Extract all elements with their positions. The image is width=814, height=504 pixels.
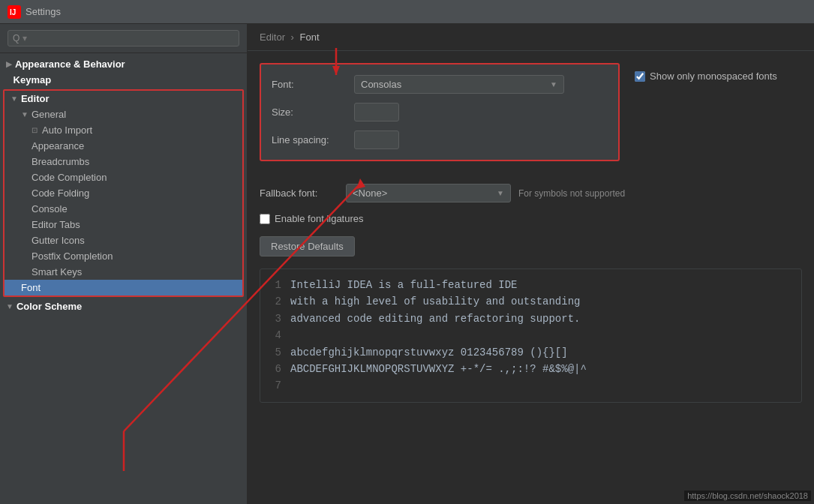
sidebar-item-console[interactable]: Console <box>5 201 242 217</box>
fallback-value: <None> <box>353 188 387 199</box>
ligatures-label: Enable font ligatures <box>275 213 364 224</box>
line-text: with a high level of usability and outst… <box>290 293 580 310</box>
sidebar-item-label: Editor Tabs <box>32 219 80 230</box>
line-num: 1 <box>271 277 281 293</box>
sidebar-item-keymap[interactable]: Keymap <box>0 72 247 88</box>
sidebar-item-label: Editor <box>21 93 50 104</box>
ligatures-row: Enable font ligatures <box>260 213 802 224</box>
line-text: ABCDEFGHIJKLMNOPQRSTUVWXYZ +-*/= .,;:!? … <box>290 361 587 377</box>
sidebar-item-appearance[interactable]: Appearance <box>5 138 242 154</box>
expand-arrow: ▼ <box>6 302 14 310</box>
line-text: advanced code editing and refactoring su… <box>290 310 580 327</box>
sidebar-item-label: Breadcrumbs <box>32 156 89 167</box>
breadcrumb-sep: › <box>291 32 294 43</box>
sidebar-item-code-folding[interactable]: Code Folding <box>5 185 242 201</box>
search-bar: Q <box>0 24 247 53</box>
search-icon: Q <box>13 33 20 44</box>
breadcrumb-current: Font <box>300 32 320 43</box>
sidebar-item-label: Code Folding <box>32 188 89 199</box>
line-num: 6 <box>271 361 281 377</box>
line-num: 4 <box>271 327 281 344</box>
font-settings-box: Font: Consolas ▼ Size: 23 <box>260 63 620 161</box>
breadcrumb: Editor › Font <box>248 24 814 51</box>
sidebar-item-label: Postfix Completion <box>32 250 113 262</box>
sidebar-item-label: Gutter Icons <box>32 235 85 246</box>
sidebar-item-gutter-icons[interactable]: Gutter Icons <box>5 232 242 248</box>
expand-arrow: ▼ <box>11 94 18 103</box>
editor-group-box: ▼ Editor ▼ General ⊡ Auto Import <box>3 89 244 297</box>
fallback-label: Fallback font: <box>260 188 338 199</box>
sidebar-item-general[interactable]: ▼ General <box>5 106 242 122</box>
tree-section: ▶ Appearance & Behavior Keymap ▼ Editor <box>0 53 247 317</box>
restore-defaults-button[interactable]: Restore Defaults <box>260 236 355 256</box>
monospace-row: Show only monospaced fonts <box>635 70 777 82</box>
preview-line-1: 1 IntelliJ IDEA is a full-featured IDE <box>271 277 791 293</box>
content-area: Editor › Font Font: Consolas ▼ <box>248 24 814 504</box>
sidebar-item-editor[interactable]: ▼ Editor <box>5 91 242 106</box>
ligatures-checkbox[interactable] <box>260 214 270 224</box>
search-input[interactable] <box>23 33 234 44</box>
sidebar-item-label: Code Completion <box>32 172 107 183</box>
expand-arrow: ▼ <box>21 110 29 118</box>
font-dropdown[interactable]: Consolas ▼ <box>354 75 564 94</box>
preview-line-5: 5 abcdefghijklmnopqrstuvwxyz 0123456789 … <box>271 344 791 361</box>
expand-arrow: ▶ <box>6 60 12 68</box>
size-input[interactable]: 23 <box>354 103 399 122</box>
expand-arrow <box>6 76 11 84</box>
preview-line-7: 7 <box>271 377 791 394</box>
preview-line-6: 6 ABCDEFGHIJKLMNOPQRSTUVWXYZ +-*/= .,;:!… <box>271 361 791 377</box>
sidebar: Q ▶ Appearance & Behavior Keymap <box>0 24 248 504</box>
sidebar-item-label: Appearance <box>32 140 84 152</box>
sidebar-item-font[interactable]: Font <box>5 280 242 296</box>
sidebar-item-editor-tabs[interactable]: Editor Tabs <box>5 217 242 232</box>
line-text: abcdefghijklmnopqrstuvwxyz 0123456789 ()… <box>290 344 568 361</box>
sidebar-item-smart-keys[interactable]: Smart Keys <box>5 264 242 280</box>
title-bar: IJ Settings <box>0 0 814 24</box>
font-dropdown-value: Consolas <box>361 79 401 90</box>
watermark: https://blog.csdn.net/shaock2018 <box>684 490 811 501</box>
monospace-checkbox[interactable] <box>635 71 645 82</box>
size-row: Size: 23 <box>272 103 608 122</box>
size-label: Size: <box>272 106 347 118</box>
line-num: 2 <box>271 293 281 310</box>
line-spacing-label: Line spacing: <box>272 134 347 146</box>
sidebar-item-color-scheme[interactable]: ▼ Color Scheme <box>0 298 247 314</box>
svg-text:IJ: IJ <box>10 8 16 16</box>
preview-line-2: 2 with a high level of usability and out… <box>271 293 791 310</box>
fallback-row: Fallback font: <None> ▼ For symbols not … <box>260 184 802 202</box>
line-num: 5 <box>271 344 281 361</box>
line-spacing-input[interactable]: 1.1 <box>354 130 399 149</box>
sidebar-item-label: Console <box>32 203 68 214</box>
sidebar-item-postfix-completion[interactable]: Postfix Completion <box>5 248 242 264</box>
sidebar-item-label: Keymap <box>14 74 52 86</box>
app-icon: IJ <box>8 5 21 19</box>
search-input-wrap[interactable]: Q <box>8 30 239 46</box>
fallback-note: For symbols not supported <box>518 188 625 199</box>
sidebar-item-label: Smart Keys <box>32 266 82 278</box>
dropdown-arrow-icon: ▼ <box>550 80 557 88</box>
preview-line-4: 4 <box>271 327 791 344</box>
preview-area: 1 IntelliJ IDEA is a full-featured IDE 2… <box>260 268 802 403</box>
sidebar-item-code-completion[interactable]: Code Completion <box>5 170 242 185</box>
breadcrumb-parent: Editor <box>260 32 285 43</box>
sidebar-item-label: Appearance & Behavior <box>15 58 125 70</box>
font-label: Font: <box>272 79 347 90</box>
sidebar-item-label: General <box>32 109 66 120</box>
line-num: 3 <box>271 310 281 327</box>
line-num: 7 <box>271 377 281 394</box>
monospace-label: Show only monospaced fonts <box>650 70 777 82</box>
fallback-dropdown[interactable]: <None> ▼ <box>346 184 511 202</box>
copy-icon: ⊡ <box>32 126 38 134</box>
preview-line-3: 3 advanced code editing and refactoring … <box>271 310 791 327</box>
font-row: Font: Consolas ▼ <box>272 75 608 94</box>
sidebar-item-breadcrumbs[interactable]: Breadcrumbs <box>5 154 242 170</box>
sidebar-item-label: Font <box>21 282 41 293</box>
sidebar-item-label: Color Scheme <box>17 301 82 312</box>
line-spacing-row: Line spacing: 1.1 <box>272 130 608 149</box>
sidebar-item-auto-import[interactable]: ⊡ Auto Import <box>5 122 242 138</box>
window-title: Settings <box>26 6 61 17</box>
line-text: IntelliJ IDEA is a full-featured IDE <box>290 277 517 293</box>
settings-content: Font: Consolas ▼ Size: 23 <box>248 51 814 415</box>
fallback-arrow-icon: ▼ <box>497 189 504 197</box>
sidebar-item-appearance-behavior[interactable]: ▶ Appearance & Behavior <box>0 56 247 72</box>
